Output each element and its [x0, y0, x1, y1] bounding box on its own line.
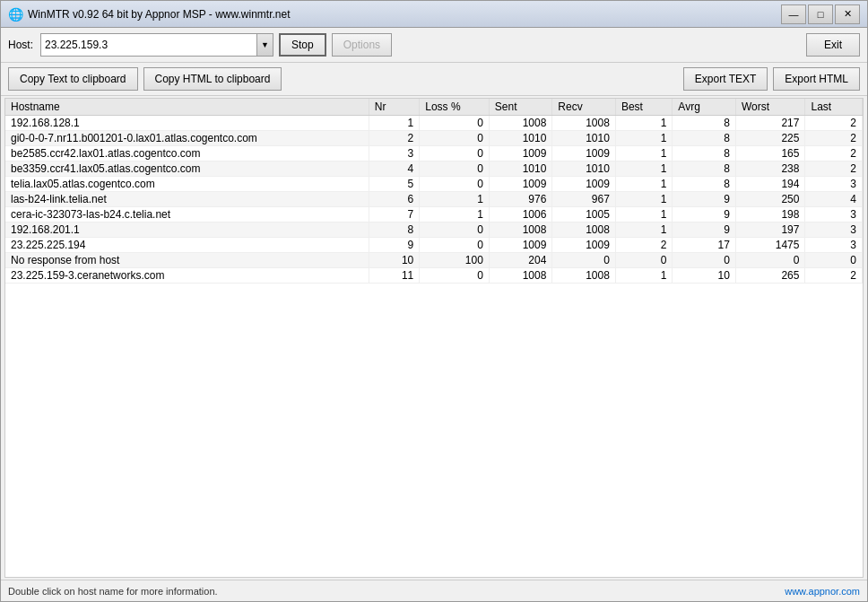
table-cell: 1 [420, 207, 490, 222]
table-cell: 1005 [552, 207, 616, 222]
table-cell: 0 [420, 177, 490, 192]
export-text-button[interactable]: Export TEXT [683, 67, 768, 91]
copy-text-button[interactable]: Copy Text to clipboard [8, 67, 138, 91]
table-row[interactable]: No response from host1010020400000 [5, 253, 863, 268]
table-cell: 1009 [552, 238, 616, 253]
status-hint: Double click on host name for more infor… [8, 586, 218, 597]
table-cell: 192.168.128.1 [5, 116, 369, 131]
window-controls: — □ ✕ [781, 4, 860, 24]
table-header-row: Hostname Nr Loss % Sent Recv Best Avrg W… [5, 99, 863, 116]
table-cell: 10 [369, 253, 419, 268]
table-cell: telia.lax05.atlas.cogentco.com [5, 177, 369, 192]
table-cell: 0 [420, 268, 490, 284]
table-cell: 10 [673, 268, 736, 284]
table-cell: be3359.ccr41.lax05.atlas.cogentco.com [5, 161, 369, 177]
copy-html-button[interactable]: Copy HTML to clipboard [143, 67, 282, 91]
table-row[interactable]: 23.225.159-3.ceranetworks.com11010081008… [5, 268, 863, 284]
table-cell: 1008 [489, 116, 552, 131]
table-cell: 1010 [489, 131, 552, 146]
table-cell: 5 [369, 177, 419, 192]
table-cell: 0 [420, 131, 490, 146]
table-cell: 2 [805, 131, 863, 146]
table-cell: 8 [673, 131, 736, 146]
main-window: 🌐 WinMTR v0.92 64 bit by Appnor MSP - ww… [0, 0, 868, 602]
table-cell: 1 [615, 161, 672, 177]
table-row[interactable]: 192.168.128.11010081008182172 [5, 116, 863, 131]
minimize-button[interactable]: — [781, 4, 806, 24]
maximize-button[interactable]: □ [808, 4, 833, 24]
table-cell: 1009 [489, 146, 552, 161]
table-cell: 0 [420, 161, 490, 177]
table-cell: 0 [420, 116, 490, 131]
table-cell: 3 [805, 222, 863, 238]
col-header-recv: Recv [552, 99, 616, 116]
table-cell: 265 [735, 268, 805, 284]
toolbar: Host: ▼ Stop Options Exit [1, 28, 867, 63]
host-dropdown-button[interactable]: ▼ [256, 34, 273, 56]
table-cell: 9 [673, 192, 736, 207]
table-cell: 1008 [489, 222, 552, 238]
export-html-button[interactable]: Export HTML [773, 67, 860, 91]
table-cell: 7 [369, 207, 419, 222]
table-row[interactable]: be3359.ccr41.lax05.atlas.cogentco.com401… [5, 161, 863, 177]
table-cell: 1 [615, 268, 672, 284]
table-cell: 1 [615, 207, 672, 222]
table-cell: 1010 [489, 161, 552, 177]
table-cell: 0 [615, 253, 672, 268]
status-bar: Double click on host name for more infor… [1, 580, 867, 601]
table-cell: 8 [673, 146, 736, 161]
table-cell: 17 [673, 238, 736, 253]
table-cell: be2585.ccr42.lax01.atlas.cogentco.com [5, 146, 369, 161]
table-cell: 1 [615, 222, 672, 238]
table-cell: 0 [420, 222, 490, 238]
app-icon: 🌐 [8, 7, 22, 22]
status-link[interactable]: www.appnor.com [785, 586, 860, 597]
table-cell: 8 [673, 161, 736, 177]
table-cell: 100 [420, 253, 490, 268]
table-cell: 1008 [552, 222, 616, 238]
close-button[interactable]: ✕ [835, 4, 860, 24]
table-cell: 23.225.225.194 [5, 238, 369, 253]
col-header-sent: Sent [489, 99, 552, 116]
table-cell: 2 [805, 268, 863, 284]
table-cell: 3 [805, 238, 863, 253]
table-cell: 1008 [489, 268, 552, 284]
table-cell: 1010 [552, 161, 616, 177]
table-cell: 250 [735, 192, 805, 207]
table-cell: 1 [615, 192, 672, 207]
table-cell: 1 [615, 131, 672, 146]
host-input[interactable] [41, 34, 256, 56]
table-cell: 1 [615, 177, 672, 192]
host-input-container: ▼ [40, 33, 273, 57]
table-row[interactable]: telia.lax05.atlas.cogentco.com5010091009… [5, 177, 863, 192]
table-cell: 204 [489, 253, 552, 268]
stop-button[interactable]: Stop [279, 33, 326, 57]
table-cell: 2 [369, 131, 419, 146]
table-row[interactable]: be2585.ccr42.lax01.atlas.cogentco.com301… [5, 146, 863, 161]
options-button[interactable]: Options [332, 33, 392, 57]
table-cell: 1475 [735, 238, 805, 253]
table-cell: 1010 [552, 131, 616, 146]
table-cell: 217 [735, 116, 805, 131]
action-bar: Copy Text to clipboard Copy HTML to clip… [1, 63, 867, 96]
table-row[interactable]: cera-ic-323073-las-b24.c.telia.net711006… [5, 207, 863, 222]
table-cell: 9 [673, 207, 736, 222]
table-cell: 2 [805, 146, 863, 161]
table-cell: 6 [369, 192, 419, 207]
table-cell: 1009 [489, 238, 552, 253]
table-row[interactable]: las-b24-link.telia.net61976967192504 [5, 192, 863, 207]
table-cell: cera-ic-323073-las-b24.c.telia.net [5, 207, 369, 222]
table-cell: 192.168.201.1 [5, 222, 369, 238]
table-row[interactable]: 23.225.225.194901009100921714753 [5, 238, 863, 253]
table-cell: 8 [673, 116, 736, 131]
col-header-loss: Loss % [420, 99, 490, 116]
exit-button[interactable]: Exit [806, 33, 860, 57]
col-header-best: Best [615, 99, 672, 116]
table-cell: 1006 [489, 207, 552, 222]
table-cell: 1 [615, 116, 672, 131]
table-cell: 2 [805, 161, 863, 177]
table-row[interactable]: 192.168.201.18010081008191973 [5, 222, 863, 238]
table-row[interactable]: gi0-0-0-7.nr11.b001201-0.lax01.atlas.cog… [5, 131, 863, 146]
table-cell: 1008 [552, 116, 616, 131]
col-header-hostname: Hostname [5, 99, 369, 116]
